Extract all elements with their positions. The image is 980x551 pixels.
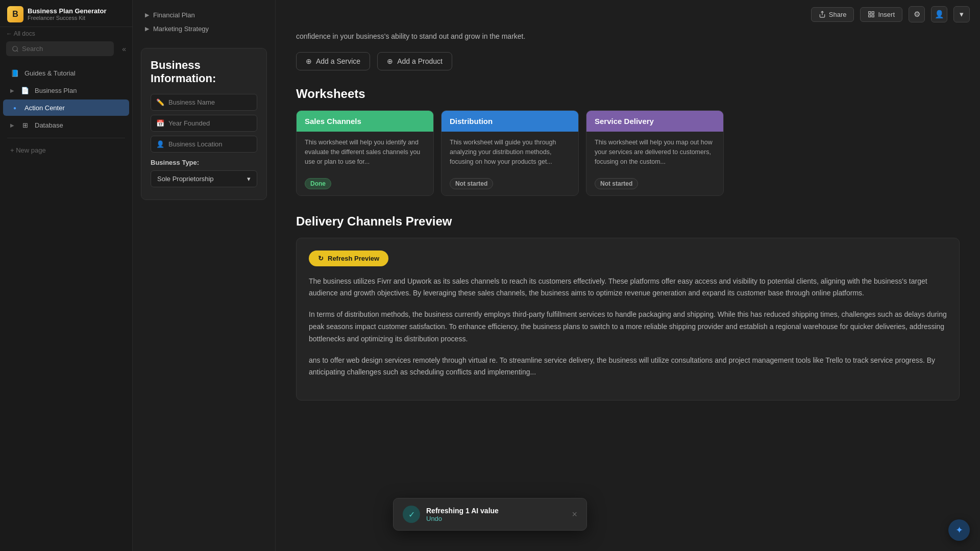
sidebar-title: Business Plan Generator bbox=[28, 7, 107, 15]
nav-divider bbox=[7, 138, 125, 138]
insert-button[interactable]: Insert bbox=[860, 7, 902, 22]
worksheet-card-service-delivery[interactable]: Service Delivery This worksheet will hel… bbox=[586, 110, 724, 195]
floating-help-button[interactable]: ✦ bbox=[948, 519, 970, 541]
services-description: confidence in your business's ability to… bbox=[296, 31, 960, 42]
worksheet-footer: Done bbox=[297, 174, 433, 195]
worksheet-header: Service Delivery bbox=[586, 111, 723, 132]
add-product-label: Add a Product bbox=[397, 57, 443, 65]
search-icon bbox=[12, 45, 19, 53]
outline-arrow-icon: ▶ bbox=[145, 26, 149, 32]
sidebar-item-label: Database bbox=[35, 121, 63, 129]
biz-type-label: Business Type: bbox=[151, 159, 257, 166]
toast-title: Refreshing 1 AI value bbox=[426, 507, 566, 515]
worksheet-body: This worksheet will guide you through an… bbox=[442, 132, 578, 173]
guides-icon: 📘 bbox=[10, 68, 19, 78]
refresh-preview-button[interactable]: ↻ Refresh Preview bbox=[309, 251, 388, 266]
svg-rect-4 bbox=[872, 12, 874, 14]
worksheet-header: Sales Channels bbox=[297, 111, 433, 132]
share-label: Share bbox=[829, 11, 847, 18]
sidebar-item-label: Action Center bbox=[24, 104, 65, 112]
business-plan-icon: 📄 bbox=[20, 86, 30, 95]
worksheet-body: This worksheet will help you map out how… bbox=[586, 132, 723, 173]
add-product-button[interactable]: ⊕ Add a Product bbox=[377, 52, 452, 70]
toast-check-icon: ✓ bbox=[403, 506, 420, 523]
worksheets-title: Worksheets bbox=[296, 87, 960, 101]
undo-button[interactable]: Undo bbox=[426, 515, 566, 522]
delivery-paragraph-1: The business utilizes Fivrr and Upwork a… bbox=[309, 276, 947, 300]
sidebar-subtitle: Freelancer Success Kit bbox=[28, 15, 107, 21]
expand-icon: ▶ bbox=[10, 122, 14, 128]
sidebar-item-database[interactable]: ▶ ⊞ Database bbox=[3, 117, 129, 133]
outline-item-label: Financial Plan bbox=[153, 11, 195, 19]
app-logo: B bbox=[7, 6, 23, 22]
expand-icon: ▶ bbox=[10, 88, 14, 93]
biz-field-year-founded[interactable]: 📅 Year Founded bbox=[151, 115, 257, 132]
insert-label: Insert bbox=[878, 11, 895, 18]
sidebar-item-action-center[interactable]: ● Action Center bbox=[3, 99, 129, 116]
worksheet-footer: Not started bbox=[442, 174, 578, 195]
sparkle-icon: ✦ bbox=[955, 524, 963, 536]
search-row: « bbox=[0, 37, 132, 60]
all-docs-link[interactable]: ← All docs bbox=[0, 27, 132, 37]
more-options-button[interactable]: ▾ bbox=[953, 6, 970, 22]
database-icon: ⊞ bbox=[20, 120, 30, 130]
biz-field-label: Business Name bbox=[168, 98, 215, 106]
delivery-section: Delivery Channels Preview ↻ Refresh Prev… bbox=[296, 214, 960, 401]
arrow-left-icon: ← bbox=[6, 30, 14, 37]
outline-item-financial-plan[interactable]: ▶ Financial Plan bbox=[141, 8, 267, 22]
chevron-down-icon: ▾ bbox=[960, 10, 964, 19]
business-info-card: Business Information: ✏️ Business Name 📅… bbox=[141, 48, 267, 200]
sidebar-item-label: Guides & Tutorial bbox=[24, 69, 76, 77]
plus-icon: ⊕ bbox=[387, 57, 393, 65]
status-badge: Done bbox=[305, 178, 331, 189]
calendar-icon: 📅 bbox=[156, 119, 164, 127]
settings-button[interactable]: ⚙ bbox=[909, 6, 925, 22]
biz-field-label: Business Location bbox=[168, 140, 223, 148]
biz-field-location[interactable]: 👤 Business Location bbox=[151, 136, 257, 153]
svg-rect-6 bbox=[872, 15, 874, 17]
add-service-label: Add a Service bbox=[316, 57, 360, 65]
user-avatar-button[interactable]: 👤 bbox=[931, 6, 947, 22]
outline-item-marketing-strategy[interactable]: ▶ Marketing Strategy bbox=[141, 22, 267, 36]
location-icon: 👤 bbox=[156, 140, 164, 148]
check-mark-icon: ✓ bbox=[408, 510, 415, 519]
worksheet-header: Distribution bbox=[442, 111, 578, 132]
sidebar-item-business-plan[interactable]: ▶ 📄 Business Plan bbox=[3, 82, 129, 98]
svg-line-1 bbox=[17, 50, 18, 52]
toast-notification: ✓ Refreshing 1 AI value Undo × bbox=[393, 498, 587, 531]
main-content: ▶ Financial Plan ▶ Marketing Strategy Bu… bbox=[133, 0, 980, 551]
search-bar[interactable] bbox=[6, 41, 114, 56]
delivery-paragraph-2: In terms of distribution methods, the bu… bbox=[309, 309, 947, 345]
refresh-label: Refresh Preview bbox=[328, 255, 379, 262]
biz-field-label: Year Founded bbox=[168, 119, 210, 127]
status-badge: Not started bbox=[595, 178, 638, 189]
sidebar-item-label: Business Plan bbox=[35, 87, 77, 94]
new-page-label: + New page bbox=[10, 146, 46, 154]
insert-icon bbox=[868, 11, 875, 18]
search-input[interactable] bbox=[22, 45, 108, 53]
delivery-paragraph-3: ans to offer web design services remotel… bbox=[309, 355, 947, 379]
new-page-button[interactable]: + New page bbox=[3, 143, 129, 158]
worksheet-body: This worksheet will help you identify an… bbox=[297, 132, 433, 173]
user-icon: 👤 bbox=[935, 10, 944, 19]
worksheet-card-distribution[interactable]: Distribution This worksheet will guide y… bbox=[441, 110, 579, 195]
toast-close-button[interactable]: × bbox=[572, 510, 577, 519]
worksheet-footer: Not started bbox=[586, 174, 723, 195]
biz-type-select[interactable]: Sole Proprietorship ▾ bbox=[151, 170, 257, 187]
biz-field-name[interactable]: ✏️ Business Name bbox=[151, 94, 257, 111]
worksheet-card-sales-channels[interactable]: Sales Channels This worksheet will help … bbox=[296, 110, 434, 195]
add-service-button[interactable]: ⊕ Add a Service bbox=[296, 52, 370, 70]
toast-content: Refreshing 1 AI value Undo bbox=[426, 507, 566, 522]
services-buttons: ⊕ Add a Service ⊕ Add a Product bbox=[296, 52, 960, 70]
sidebar-title-block: Business Plan Generator Freelancer Succe… bbox=[28, 7, 107, 22]
sidebar-item-guides[interactable]: 📘 Guides & Tutorial bbox=[3, 65, 129, 81]
pencil-icon: ✏️ bbox=[156, 98, 164, 106]
right-panel: Share Insert ⚙ 👤 ▾ confidence in your bu… bbox=[276, 0, 980, 551]
svg-rect-5 bbox=[869, 15, 871, 17]
sidebar: B Business Plan Generator Freelancer Suc… bbox=[0, 0, 133, 551]
outline-arrow-icon: ▶ bbox=[145, 12, 149, 18]
sidebar-collapse-button[interactable]: « bbox=[120, 43, 128, 55]
top-header: Share Insert ⚙ 👤 ▾ bbox=[801, 0, 980, 29]
share-icon bbox=[819, 11, 826, 18]
share-button[interactable]: Share bbox=[811, 7, 854, 22]
